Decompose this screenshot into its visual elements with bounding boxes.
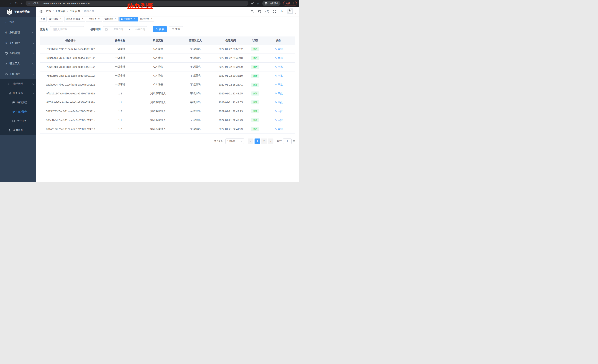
reload-icon[interactable]: ↻ bbox=[15, 2, 18, 5]
table-row: 8f0d1619-7ac8-11ec-a9e2-a2380e71991a 1.2… bbox=[40, 89, 295, 98]
sidebar-item-workflow[interactable]: 工作流程 bbox=[0, 69, 36, 79]
sidebar-item-devtools[interactable]: 研发工具 bbox=[0, 58, 36, 69]
next-page-button[interactable]: › bbox=[268, 138, 274, 144]
sidebar-item-task-mgmt[interactable]: 任务管理 bbox=[0, 89, 36, 98]
approve-link-label: 审批 bbox=[278, 56, 283, 60]
approve-link-label: 审批 bbox=[278, 119, 283, 122]
approve-link[interactable]: ✎审批 bbox=[275, 47, 283, 51]
search-button[interactable]: 搜索 bbox=[153, 26, 167, 32]
range-separator: - bbox=[129, 28, 130, 31]
font-size-large-glyph: T bbox=[280, 10, 282, 13]
cell-process: 测试多审批人 bbox=[139, 116, 177, 125]
fullscreen-icon[interactable] bbox=[273, 10, 276, 13]
back-icon[interactable]: ← bbox=[2, 2, 5, 5]
sidebar-item-done-tasks[interactable]: 已办任务 bbox=[0, 116, 36, 126]
avatar-rabbit-icon bbox=[288, 9, 292, 14]
update-button[interactable]: 更新 ⋮ bbox=[283, 1, 297, 6]
table-row: 725a1eb6-7b88-11ec-8ef0-acde48001122 一级审… bbox=[40, 62, 295, 71]
sidebar-menu: ⌂ 首页 ⚙ 系统管理 ¥ 支付管理 基础设施 bbox=[0, 17, 36, 135]
cell-starter: 芋道源码 bbox=[177, 54, 213, 62]
warning-icon[interactable]: ⚠ bbox=[28, 2, 30, 5]
page-button-1[interactable]: 1 bbox=[255, 138, 260, 144]
tab-close-icon[interactable]: × bbox=[133, 18, 136, 20]
sidebar-item-todo-tasks[interactable]: 待办任务 bbox=[0, 107, 36, 116]
key-icon[interactable] bbox=[251, 2, 254, 5]
col-task-id: 任务编号 bbox=[40, 36, 101, 45]
tab-item[interactable]: 我的流程× bbox=[103, 17, 119, 22]
github-icon[interactable] bbox=[258, 10, 261, 13]
bookmark-star-icon[interactable]: ☆ bbox=[257, 1, 259, 5]
sidebar-collapse-icon[interactable] bbox=[39, 10, 43, 13]
sidebar-item-process-mgmt[interactable]: 流程管理 bbox=[0, 79, 36, 89]
tab-item[interactable]: 发起流程× bbox=[48, 17, 63, 22]
process-name-input[interactable] bbox=[50, 26, 84, 32]
filter-bar: 流程名 创建时间 开始日期 - 结束日期 搜索 重 bbox=[40, 26, 295, 32]
sidebar-item-label: 基础设施 bbox=[9, 52, 20, 55]
approve-link[interactable]: ✎审批 bbox=[275, 74, 283, 77]
home-icon[interactable]: ⌂ bbox=[21, 2, 23, 5]
cell-status: 激活 bbox=[248, 89, 262, 98]
approve-link[interactable]: ✎审批 bbox=[275, 92, 283, 95]
cell-process: 测试多审批人 bbox=[139, 125, 177, 133]
approve-link[interactable]: ✎审批 bbox=[275, 56, 283, 60]
tab-item[interactable]: 流程详情× bbox=[139, 17, 154, 22]
incognito-icon bbox=[265, 2, 268, 5]
breadcrumb-workflow[interactable]: 工作流程 bbox=[55, 10, 66, 13]
cell-task-id: a6aba0a4-7b6d-11ec-b781-acde48001122 bbox=[40, 80, 101, 89]
tab-close-icon[interactable]: × bbox=[59, 18, 62, 20]
cell-task-id: 58154733-7ac8-11ec-a9e2-a2380e71991a bbox=[40, 107, 101, 116]
end-date-placeholder: 结束日期 bbox=[135, 28, 145, 31]
prev-page-button[interactable]: ‹ bbox=[248, 138, 253, 144]
edit-icon: ✎ bbox=[275, 74, 277, 77]
chevron-down-icon bbox=[33, 63, 34, 65]
approve-link[interactable]: ✎审批 bbox=[275, 110, 283, 113]
table-row: 580e1b3d-7ac8-11ec-a9e2-a2380e71991a 1.1… bbox=[40, 116, 295, 125]
tab-item[interactable]: 已办任务× bbox=[86, 17, 102, 22]
edit-icon: ✎ bbox=[275, 48, 277, 50]
tab-close-icon[interactable]: × bbox=[98, 18, 100, 20]
sidebar-item-infra[interactable]: 基础设施 bbox=[0, 48, 36, 58]
edit-icon: ✎ bbox=[275, 92, 277, 95]
forward-icon[interactable]: → bbox=[9, 2, 12, 5]
tab-active[interactable]: 待办任务× bbox=[119, 17, 138, 22]
edit-icon: ✎ bbox=[275, 110, 277, 113]
cell-task-name: 1.2 bbox=[101, 125, 139, 133]
tab-item[interactable]: 流程表单-编辑× bbox=[64, 17, 85, 22]
approve-link[interactable]: ✎审批 bbox=[275, 127, 283, 131]
approve-link[interactable]: ✎审批 bbox=[275, 101, 283, 104]
col-created: 创建时间 bbox=[213, 36, 248, 45]
approve-link[interactable]: ✎审批 bbox=[275, 65, 283, 68]
sidebar-item-payment[interactable]: ¥ 支付管理 bbox=[0, 38, 36, 48]
browser-menu-icon[interactable]: ⋮ bbox=[292, 2, 295, 5]
tab-close-icon[interactable]: × bbox=[114, 18, 117, 20]
cell-status: 激活 bbox=[248, 107, 262, 116]
table-row: 75d72608-7b7f-11ec-a3c8-acde48001122 一级审… bbox=[40, 71, 295, 80]
cell-status: 激活 bbox=[248, 62, 262, 71]
page-size-select[interactable]: 10条/页 bbox=[225, 138, 244, 144]
status-badge: 激活 bbox=[251, 65, 259, 69]
tab-close-icon[interactable]: × bbox=[150, 18, 153, 20]
approve-link[interactable]: ✎审批 bbox=[275, 119, 283, 122]
goto-page-input[interactable] bbox=[283, 138, 291, 144]
help-icon[interactable]: ? bbox=[266, 10, 269, 13]
sidebar-item-system[interactable]: ⚙ 系统管理 bbox=[0, 27, 36, 38]
avatar[interactable] bbox=[287, 8, 293, 14]
breadcrumb-task-mgmt[interactable]: 任务管理 bbox=[70, 10, 80, 13]
date-range-picker[interactable]: 开始日期 - 结束日期 bbox=[103, 26, 147, 32]
chevron-up-icon bbox=[32, 73, 34, 75]
sidebar-item-leave-query[interactable]: 请假查询 bbox=[0, 126, 36, 135]
tab-close-icon[interactable]: × bbox=[81, 18, 83, 20]
tab-item[interactable]: 首页 bbox=[39, 17, 47, 22]
cell-process: OA 请假 bbox=[139, 54, 177, 62]
cell-status: 激活 bbox=[248, 71, 262, 80]
page-button-2[interactable]: 2 bbox=[261, 138, 267, 144]
breadcrumb-home[interactable]: 首页 bbox=[46, 10, 51, 13]
font-size-icon[interactable]: TT bbox=[280, 10, 283, 13]
address-bar[interactable]: ⚠ 不安全 dashboard.yudao.iocoder.cn/bpm/tas… bbox=[25, 1, 249, 6]
avatar-caret-icon[interactable]: ▾ bbox=[295, 12, 296, 14]
search-icon[interactable] bbox=[251, 10, 254, 13]
sidebar-item-my-process[interactable]: 我的流程 bbox=[0, 98, 36, 107]
sidebar-item-home[interactable]: ⌂ 首页 bbox=[0, 17, 36, 27]
approve-link[interactable]: ✎审批 bbox=[275, 83, 283, 86]
reset-button[interactable]: 重置 bbox=[169, 26, 183, 32]
